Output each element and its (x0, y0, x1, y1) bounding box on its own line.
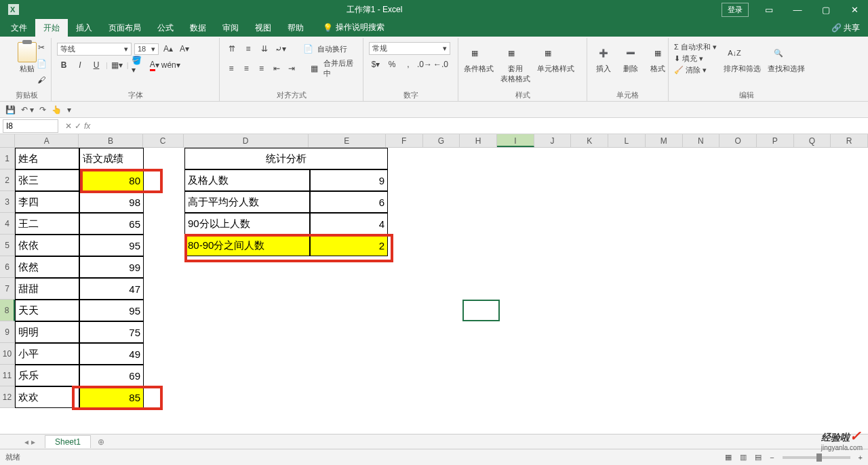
maximize-icon[interactable]: ▢ (812, 0, 840, 19)
redo-icon[interactable]: ↷ (39, 105, 46, 115)
align-left-icon[interactable]: ≡ (225, 62, 237, 75)
italic-icon[interactable]: I (73, 58, 87, 72)
merge-label[interactable]: 合并后居中 (323, 58, 357, 79)
tab-insert[interactable]: 插入 (68, 19, 100, 37)
row-header[interactable]: 9 (0, 321, 15, 343)
font-color-icon[interactable]: A▾ (148, 58, 161, 72)
col-header[interactable]: H (460, 134, 497, 147)
cell[interactable]: 张三 (15, 169, 79, 191)
cell[interactable]: 小平 (15, 343, 79, 365)
autosum-button[interactable]: Σ 自动求和 ▾ (674, 42, 717, 52)
tab-formulas[interactable]: 公式 (149, 19, 182, 37)
share-button[interactable]: 🔗 共享 (823, 19, 868, 37)
col-header[interactable]: Q (794, 134, 831, 147)
cell[interactable]: 75 (79, 321, 144, 343)
col-header[interactable]: O (719, 134, 757, 147)
format-cells-button[interactable]: ▦格式 (647, 42, 669, 74)
cell[interactable]: 统计分析 (184, 148, 388, 169)
orientation-icon[interactable]: ⤾▾ (274, 42, 288, 56)
cell[interactable]: 49 (79, 343, 144, 365)
cell[interactable]: 依然 (15, 256, 79, 278)
cell[interactable]: 2 (310, 235, 388, 256)
wrap-text-icon[interactable]: 📄 (301, 42, 315, 56)
phonetic-icon[interactable]: wén▾ (164, 58, 178, 72)
align-middle-icon[interactable]: ≡ (241, 42, 255, 56)
cell[interactable]: 高于平均分人数 (184, 191, 310, 213)
cell[interactable]: 65 (79, 213, 144, 235)
cell[interactable]: 99 (79, 256, 144, 278)
new-sheet-icon[interactable]: ⊕ (92, 436, 110, 448)
col-header[interactable]: E (309, 134, 386, 147)
row-header[interactable]: 6 (0, 256, 15, 278)
insert-cells-button[interactable]: ➕插入 (593, 42, 614, 74)
align-right-icon[interactable]: ≡ (256, 62, 268, 75)
row-header[interactable]: 2 (0, 169, 15, 191)
col-header[interactable]: N (683, 134, 720, 147)
cut-icon[interactable]: ✂ (35, 41, 48, 54)
cancel-formula-icon[interactable]: ✕ (65, 121, 72, 131)
ribbon-display-icon[interactable]: ▭ (755, 0, 783, 19)
row-header[interactable]: 8 (0, 300, 15, 321)
indent-increase-icon[interactable]: ⇥ (285, 62, 298, 75)
underline-icon[interactable]: U (90, 58, 103, 72)
cell[interactable]: 80 (79, 169, 144, 191)
clear-button[interactable]: 🧹 清除 ▾ (674, 65, 717, 75)
cell[interactable]: 语文成绩 (79, 148, 144, 169)
col-header[interactable]: L (608, 134, 646, 147)
row-header[interactable]: 11 (0, 365, 15, 386)
page-break-icon[interactable]: ▤ (755, 453, 762, 462)
formula-input[interactable] (94, 125, 868, 127)
undo-icon[interactable]: ↶ ▾ (21, 105, 34, 115)
cell[interactable]: 欢欢 (15, 386, 79, 408)
fx-icon[interactable]: fx (84, 121, 90, 131)
cell[interactable]: 95 (79, 300, 144, 321)
tab-home[interactable]: 开始 (35, 19, 68, 37)
close-icon[interactable]: ✕ (841, 0, 868, 19)
increase-decimal-icon[interactable]: .0→ (418, 58, 431, 71)
sheet-tab[interactable]: Sheet1 (45, 435, 91, 448)
tab-pagelayout[interactable]: 页面布局 (100, 19, 149, 37)
cell[interactable]: 85 (79, 386, 144, 408)
tab-help[interactable]: 帮助 (279, 19, 312, 37)
percent-icon[interactable]: % (385, 58, 399, 71)
align-top-icon[interactable]: ⇈ (225, 42, 239, 56)
name-box[interactable]: I8 (3, 119, 58, 133)
col-header[interactable]: F (386, 134, 423, 147)
qat-customize-icon[interactable]: ▾ (67, 105, 71, 115)
conditional-format-button[interactable]: ▦条件格式 (464, 42, 494, 74)
col-header[interactable]: R (831, 134, 868, 147)
zoom-in-icon[interactable]: + (859, 453, 863, 462)
font-size-select[interactable]: 18▾ (134, 43, 159, 55)
cell[interactable]: 乐乐 (15, 365, 79, 386)
cell[interactable]: 明明 (15, 321, 79, 343)
cell[interactable]: 6 (310, 191, 388, 213)
increase-font-icon[interactable]: A▴ (161, 42, 175, 56)
minimize-icon[interactable]: — (784, 0, 811, 19)
cell[interactable]: 依依 (15, 235, 79, 256)
row-header[interactable]: 4 (0, 213, 15, 235)
align-bottom-icon[interactable]: ⇊ (258, 42, 271, 56)
copy-icon[interactable]: 📄 (35, 57, 48, 70)
cell[interactable]: 4 (310, 213, 388, 235)
select-all-corner[interactable] (0, 134, 15, 147)
zoom-slider[interactable] (783, 456, 850, 459)
signin-button[interactable]: 登录 (722, 3, 749, 17)
row-header[interactable]: 10 (0, 343, 15, 365)
cell[interactable]: 王二 (15, 213, 79, 235)
col-header[interactable]: A (15, 134, 79, 147)
comma-icon[interactable]: , (401, 58, 415, 71)
col-header[interactable]: C (143, 134, 184, 147)
decrease-font-icon[interactable]: A▾ (178, 42, 191, 56)
cell-styles-button[interactable]: ▦单元格样式 (537, 42, 574, 74)
table-format-button[interactable]: ▦套用 表格格式 (500, 42, 530, 84)
col-header[interactable]: J (534, 134, 572, 147)
save-icon[interactable]: 💾 (5, 105, 16, 115)
col-header[interactable]: D (184, 134, 309, 147)
row-header[interactable]: 12 (0, 386, 15, 408)
normal-view-icon[interactable]: ▦ (725, 453, 732, 462)
cell[interactable]: 47 (79, 278, 144, 300)
row-header[interactable]: 1 (0, 148, 15, 169)
fill-button[interactable]: ⬇ 填充 ▾ (674, 54, 717, 64)
enter-formula-icon[interactable]: ✓ (75, 121, 81, 131)
indent-decrease-icon[interactable]: ⇤ (271, 62, 283, 75)
